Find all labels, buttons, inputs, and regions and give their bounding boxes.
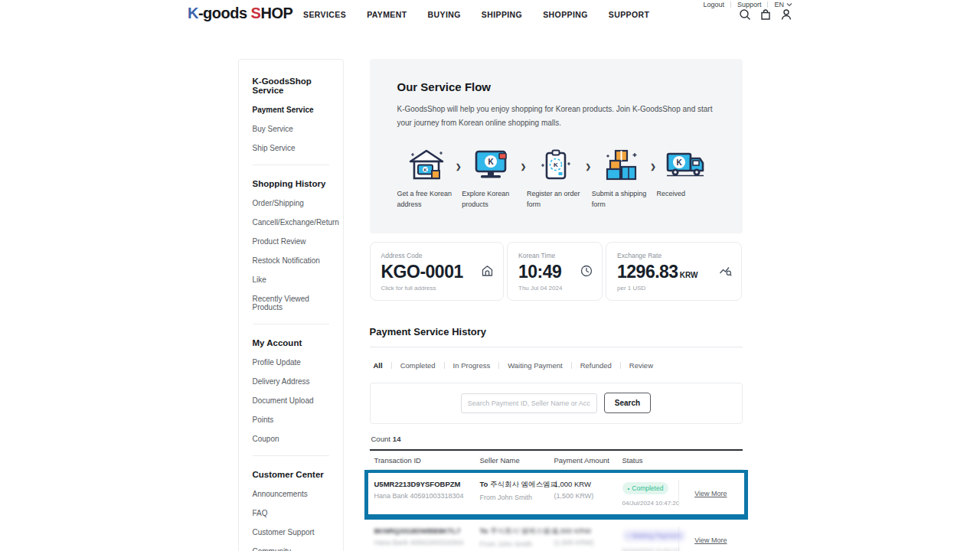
chevron-down-icon [786, 2, 792, 7]
divider [253, 324, 329, 324]
tab-review[interactable]: Review [621, 361, 662, 370]
flow-step-shipping-form: Submit a shipping form [592, 148, 650, 210]
nav-shipping[interactable]: SHIPPING [482, 10, 522, 19]
sidebar-item-buy-service[interactable]: Buy Service [253, 125, 329, 133]
sidebar-section-title-customer-center: Customer Center [253, 470, 329, 479]
sidebar-item-ship-service[interactable]: Ship Service [253, 144, 329, 152]
view-more-link[interactable]: View More [694, 490, 727, 497]
sidebar-item-announcements[interactable]: Announcements [253, 490, 329, 498]
nav-services[interactable]: SERVICES [303, 10, 346, 19]
language-value: EN [774, 1, 784, 8]
nav-payment[interactable]: PAYMENT [367, 10, 407, 19]
order-form-clipboard-icon: K [537, 148, 574, 182]
sidebar-item-community[interactable]: Community [253, 547, 329, 551]
flow-step-label: Get a free Korean address [397, 189, 456, 210]
nav-buying[interactable]: BUYING [428, 10, 461, 19]
col-payment-amount: Payment Amount [554, 456, 622, 465]
tab-completed[interactable]: Completed [392, 361, 444, 370]
sidebar-item-document-upload[interactable]: Document Upload [253, 396, 329, 405]
flow-step-received: K Received [656, 148, 714, 200]
tab-in-progress[interactable]: In Progress [445, 361, 499, 370]
sidebar: K-GoodsShop Service Payment Service Buy … [238, 59, 344, 551]
sidebar-section-title-shopping-history: Shopping History [253, 179, 329, 188]
flow-step-label: Received [656, 189, 714, 200]
service-flow-panel: Our Service Flow K-GoodsShop will help y… [370, 59, 743, 233]
flow-step-label: Submit a shipping form [592, 189, 650, 210]
exchange-rate-unit: KRW [680, 271, 698, 279]
exchange-rate-value: 1296.83KRW [617, 262, 730, 282]
seller-from: From John Smith [480, 494, 554, 501]
logo-k: K [188, 5, 198, 21]
address-code-hint: Click for full address [381, 285, 493, 292]
chevron-right-icon: ❯ [586, 163, 592, 171]
count-value: 14 [393, 435, 401, 443]
col-transaction-id: Transaction ID [370, 456, 480, 465]
payment-history-title: Payment Service History [370, 326, 743, 337]
payment-amount: 1,000 KRW [554, 480, 622, 488]
search-panel: Search [370, 383, 743, 424]
service-flow-title: Our Service Flow [397, 80, 715, 93]
nav-support[interactable]: SUPPORT [609, 10, 650, 19]
payment-amount-converted: (1,500 KRW) [554, 492, 622, 500]
flow-step-korean-address: K Get a free Korean address [397, 148, 456, 210]
sidebar-item-coupon[interactable]: Coupon [253, 435, 329, 443]
search-input[interactable] [461, 393, 597, 413]
trend-chart-icon [719, 265, 732, 277]
seller-to: To 주식회사 엠에스엠피 [480, 527, 554, 536]
count-label: Count [371, 435, 390, 443]
bag-icon[interactable] [760, 8, 772, 21]
nav-shopping[interactable]: SHOPPING [543, 10, 588, 19]
received-truck-icon: K [665, 148, 705, 182]
kgoodsshop-logo[interactable]: K-goodsSHOP [188, 5, 292, 22]
payment-amount: 1,000 KRW [554, 527, 622, 535]
sidebar-item-delivery-address[interactable]: Delivery Address [253, 377, 329, 386]
sidebar-item-product-review[interactable]: Product Review [253, 237, 329, 246]
address-code-card[interactable]: Address Code KGO-0001 Click for full add… [370, 242, 505, 301]
logo-s: S [251, 5, 261, 21]
table-row[interactable]: U5MR2213D9YSFOBPZM Hana Bank 40591003318… [370, 473, 743, 515]
korean-time-card: Korean Time 10:49 Thu Jul 04 2024 [507, 242, 603, 301]
svg-text:K: K [677, 158, 683, 167]
logo-hop: HOP [260, 5, 292, 21]
sidebar-item-points[interactable]: Points [253, 416, 329, 424]
sidebar-section-title-service: K-GoodsShop Service [253, 77, 329, 95]
col-status: Status [622, 456, 678, 465]
top-header: K-goodsSHOP SERVICES PAYMENT BUYING SHIP… [188, 0, 792, 32]
logo-goods: -goods [198, 5, 247, 21]
status-badge: •Waiting Payment [622, 530, 687, 542]
svg-text:K: K [423, 168, 426, 172]
user-icon[interactable] [780, 8, 792, 21]
language-selector[interactable]: EN [768, 1, 792, 8]
sidebar-item-cancel-exchange-return[interactable]: Cancell/Exchange/Return [253, 218, 329, 227]
search-icon[interactable] [739, 8, 751, 21]
sidebar-item-order-shipping[interactable]: Order/Shipping [253, 199, 329, 207]
payment-amount-converted: (1,500 KRW) [554, 539, 622, 546]
logout-link[interactable]: Logout [697, 1, 730, 8]
service-flow-steps: K Get a free Korean address ❯ [397, 148, 715, 210]
sidebar-item-payment-service[interactable]: Payment Service [253, 106, 329, 114]
sidebar-item-faq[interactable]: FAQ [253, 509, 329, 517]
service-flow-description: K-GoodsShop will help you enjoy shopping… [397, 103, 719, 129]
sidebar-item-recently-viewed[interactable]: Recently Viewed Products [253, 295, 329, 311]
address-code-label: Address Code [381, 252, 493, 259]
divider [253, 455, 329, 456]
tab-refunded[interactable]: Refunded [572, 361, 620, 370]
transaction-id: 8KNRQ3318DWBB8KTL7 [374, 527, 480, 535]
svg-text:K: K [488, 158, 495, 166]
tab-waiting-payment[interactable]: Waiting Payment [499, 361, 570, 370]
col-action [678, 456, 743, 465]
sidebar-item-profile-update[interactable]: Profile Update [253, 358, 329, 367]
exchange-rate-basis: per 1 USD [617, 285, 730, 292]
search-button[interactable]: Search [604, 393, 651, 413]
seller-to: To 주식회사 엠에스엠피 [480, 480, 554, 490]
tab-all[interactable]: All [370, 361, 391, 370]
address-code-value[interactable]: KGO-0001 [381, 262, 493, 282]
table-row[interactable]: 8KNRQ3318DWBB8KTL7 Hana Bank 40591003318… [370, 520, 743, 551]
view-more-link[interactable]: View More [694, 536, 727, 544]
sidebar-item-customer-support[interactable]: Customer Support [253, 528, 329, 536]
main-nav: SERVICES PAYMENT BUYING SHIPPING SHOPPIN… [303, 10, 649, 19]
sidebar-section-title-my-account: My Account [253, 338, 329, 347]
sidebar-item-like[interactable]: Like [253, 276, 329, 284]
sidebar-item-restock-notification[interactable]: Restock Notification [253, 256, 329, 265]
support-link[interactable]: Support [731, 1, 768, 8]
